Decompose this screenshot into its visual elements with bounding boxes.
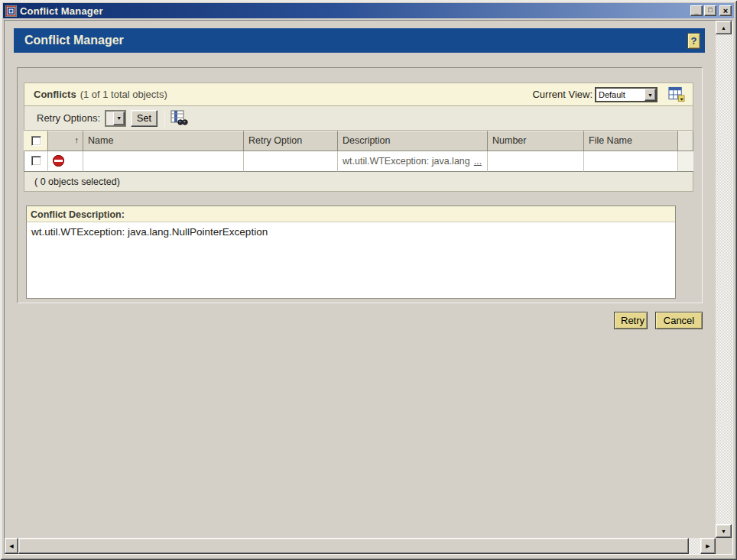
horizontal-scroll-thumb[interactable]	[18, 538, 689, 554]
column-header-number[interactable]: Number	[488, 131, 584, 151]
conflicts-count: (1 of 1 total objects)	[80, 89, 533, 100]
row-checkbox[interactable]	[31, 156, 41, 166]
row-retry-option-cell	[244, 151, 338, 172]
app-icon	[5, 5, 17, 17]
conflicts-header-strip: Conflicts (1 of 1 total objects) Current…	[24, 83, 693, 106]
conflict-manager-window: Conflict Manager _ □ × Conflict Manager …	[0, 0, 737, 560]
row-number-cell	[488, 151, 584, 172]
column-header-description[interactable]: Description	[338, 131, 488, 151]
row-status-cell	[48, 151, 83, 172]
table-row: wt.util.WTException: java.lang ...	[24, 151, 693, 172]
current-view-select[interactable]: Default ▼	[595, 87, 657, 102]
window-title: Conflict Manager	[20, 5, 690, 17]
find-in-table-icon[interactable]	[170, 110, 188, 126]
scroll-right-icon[interactable]: ▶	[700, 538, 716, 554]
table-header-gutter	[678, 131, 693, 151]
cancel-button[interactable]: Cancel	[655, 312, 703, 329]
scroll-left-icon[interactable]: ◀	[5, 538, 18, 554]
row-file-name-cell	[584, 151, 678, 172]
retry-options-toolbar: Retry Options: ▼ Set	[24, 106, 693, 131]
scroll-down-icon[interactable]: ▼	[716, 524, 732, 538]
chevron-down-icon[interactable]: ▼	[113, 112, 125, 125]
row-name-cell	[83, 151, 244, 172]
conflicts-table-header: ↑ Name Retry Option Description Number F…	[24, 131, 693, 151]
vertical-scrollbar[interactable]: ▲ ▼	[716, 21, 732, 538]
title-bar[interactable]: Conflict Manager _ □ ×	[3, 3, 734, 18]
column-header-file-name[interactable]: File Name	[584, 131, 678, 151]
help-button[interactable]: ?	[687, 33, 700, 49]
row-select-cell	[24, 151, 48, 172]
description-more-link[interactable]: ...	[474, 156, 482, 167]
conflict-description-panel: Conflict Description: wt.util.WTExceptio…	[26, 206, 676, 299]
selected-status-bar: ( 0 objects selected)	[24, 172, 693, 192]
minimize-button[interactable]: _	[690, 5, 703, 16]
select-all-checkbox[interactable]	[31, 136, 41, 146]
table-row-gutter	[678, 151, 693, 172]
select-all-cell	[24, 131, 48, 151]
no-entry-icon	[53, 155, 64, 167]
sort-column-header[interactable]: ↑	[48, 131, 83, 151]
close-button[interactable]: ×	[719, 5, 732, 16]
column-header-retry-option[interactable]: Retry Option	[244, 131, 338, 151]
row-description-cell: wt.util.WTException: java.lang ...	[338, 151, 488, 172]
horizontal-scroll-track[interactable]	[689, 538, 700, 554]
toolbar-separator	[164, 110, 165, 127]
conflicts-title: Conflicts	[34, 89, 76, 100]
current-view-value: Default	[596, 89, 644, 101]
conflict-description-text: wt.util.WTException: java.lang.NullPoint…	[27, 222, 675, 241]
maximize-button[interactable]: □	[704, 5, 716, 16]
scroll-up-icon[interactable]: ▲	[716, 21, 732, 34]
chevron-down-icon[interactable]: ▼	[644, 89, 656, 101]
customize-table-view-icon[interactable]	[668, 86, 685, 102]
horizontal-scrollbar[interactable]: ◀ ▶	[5, 538, 716, 554]
page-header-banner: Conflict Manager ?	[14, 28, 705, 53]
current-view-label: Current View:	[532, 89, 593, 100]
row-description-text: wt.util.WTException: java.lang	[343, 156, 470, 167]
page-title: Conflict Manager	[24, 34, 687, 47]
column-header-name[interactable]: Name	[83, 131, 244, 151]
retry-options-label: Retry Options:	[37, 112, 100, 124]
conflicts-panel: Conflicts (1 of 1 total objects) Current…	[17, 67, 703, 303]
retry-options-select[interactable]: ▼	[105, 110, 126, 127]
set-button[interactable]: Set	[131, 110, 157, 127]
conflict-description-title: Conflict Description:	[27, 206, 675, 222]
retry-button[interactable]: Retry	[614, 312, 648, 329]
scrollbar-corner	[716, 538, 732, 554]
vertical-scroll-track[interactable]	[716, 34, 732, 524]
